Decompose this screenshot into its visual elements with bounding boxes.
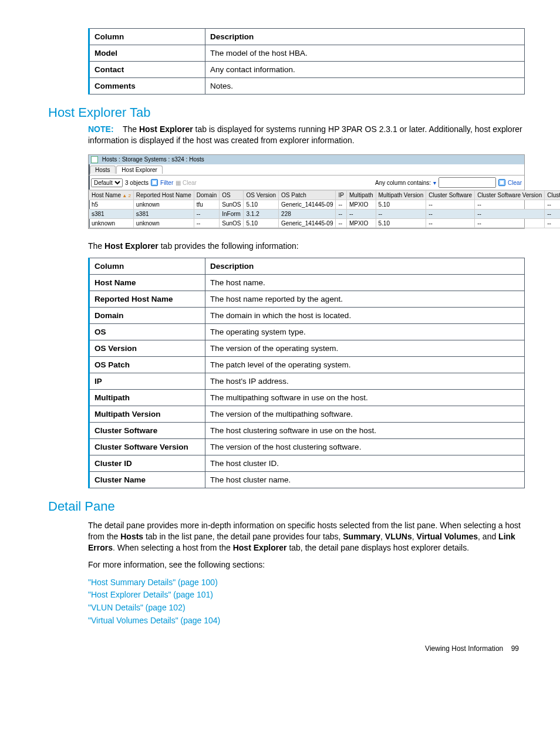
grid-cell: --: [336, 210, 346, 219]
grid-header-cell[interactable]: Domain: [194, 191, 219, 200]
host-explorer-column-table: Column Description Host NameThe host nam…: [88, 258, 525, 488]
tab-host-explorer[interactable]: Host Explorer: [116, 166, 163, 174]
top-column-table: Column Description ModelThe model of the…: [88, 28, 525, 94]
detail-pane-p2: For more information, see the following …: [88, 559, 525, 571]
table-row: Host NameThe host name.: [89, 275, 525, 291]
grid-header-cell[interactable]: Multipath Version: [376, 191, 426, 200]
grid-header-cell[interactable]: Multipath: [346, 191, 376, 200]
filter-icon[interactable]: [151, 179, 158, 186]
host-explorer-intro: The Host Explorer tab provides the follo…: [88, 241, 525, 252]
table-row: OS PatchThe patch level of the operating…: [89, 357, 525, 373]
grid-header-cell[interactable]: Cluster Software: [426, 191, 475, 200]
column-desc-cell: The host cluster ID.: [205, 455, 525, 472]
grid-cell: --: [336, 200, 346, 210]
cross-reference-link[interactable]: "Host Summary Details" (page 100): [88, 578, 218, 587]
th-column: Column: [89, 258, 205, 275]
column-desc-cell: The host cluster name.: [205, 472, 525, 488]
column-name-cell: Multipath: [89, 390, 205, 406]
column-name-cell: OS Version: [89, 340, 205, 357]
column-name-cell: Cluster Name: [89, 472, 205, 488]
any-column-label: Any column contains:: [375, 180, 431, 186]
grid-cell: 5.10: [376, 200, 426, 210]
object-count: 3 objects: [125, 180, 149, 186]
column-name-cell: Multipath Version: [89, 406, 205, 423]
clear-right-link[interactable]: Clear: [508, 180, 522, 186]
detail-pane-p1: The detail pane provides more in-depth i…: [88, 520, 525, 553]
grid-cell: SunOS: [220, 200, 244, 210]
column-name-cell: Cluster ID: [89, 455, 205, 472]
grid-cell: s381: [89, 210, 134, 219]
note-paragraph: NOTE: The Host Explorer tab is displayed…: [88, 124, 525, 146]
host-explorer-heading: Host Explorer Tab: [48, 105, 525, 120]
grid-cell: --: [545, 219, 560, 228]
grid-cell: 5.10: [244, 219, 279, 228]
grid-header-cell[interactable]: IP: [336, 191, 346, 200]
window-title-bar: Hosts : Storage Systems : s324 : Hosts: [89, 155, 524, 164]
column-desc-cell: The host clustering software in use on t…: [205, 423, 525, 439]
grid-cell: tfu: [194, 200, 219, 210]
cross-reference-link[interactable]: "Host Explorer Details" (page 101): [88, 590, 213, 599]
column-name-cell: OS: [89, 324, 205, 340]
grid-header-cell[interactable]: OS Patch: [279, 191, 336, 200]
grid-row[interactable]: unknownunknown--SunOS5.10Generic_141445-…: [89, 219, 561, 228]
grid-cell: --: [346, 210, 376, 219]
column-name-cell: Comments: [89, 78, 205, 94]
detail-pane-heading: Detail Pane: [48, 499, 525, 514]
column-name-cell: Domain: [89, 308, 205, 324]
grid-header-cell[interactable]: OS: [220, 191, 244, 200]
column-desc-cell: Any contact information.: [205, 62, 525, 78]
table-row: ContactAny contact information.: [89, 62, 525, 78]
column-name-cell: IP: [89, 373, 205, 390]
column-name-cell: Cluster Software Version: [89, 439, 205, 455]
cross-reference-link[interactable]: "Virtual Volumes Details" (page 104): [88, 616, 220, 625]
grid-cell: unknown: [89, 219, 134, 228]
grid-cell: unknown: [133, 200, 194, 210]
grid-cell: --: [545, 210, 560, 219]
dropdown-icon[interactable]: ▾: [433, 180, 436, 186]
grid-cell: --: [194, 210, 219, 219]
grid-cell: 5.10: [376, 219, 426, 228]
clear-left-link: ▦ Clear: [176, 180, 197, 186]
grid-cell: SunOS: [220, 219, 244, 228]
note-label: NOTE:: [88, 124, 114, 134]
grid-cell: s381: [133, 210, 194, 219]
grid-cell: 3.1.2: [244, 210, 279, 219]
toolbar-book-icon[interactable]: [498, 179, 505, 186]
grid-cell: --: [426, 210, 475, 219]
th-description: Description: [205, 258, 525, 275]
grid-cell: --: [376, 210, 426, 219]
grid-row[interactable]: h5unknowntfuSunOS5.10Generic_141445-09--…: [89, 200, 561, 210]
grid-cell: --: [426, 219, 475, 228]
tab-hosts[interactable]: Hosts: [90, 166, 116, 174]
grid-header-cell[interactable]: OS Version: [244, 191, 279, 200]
filter-link[interactable]: Filter: [160, 180, 173, 186]
column-name-cell: OS Patch: [89, 357, 205, 373]
column-desc-cell: The version of the host clustering softw…: [205, 439, 525, 455]
table-row: Cluster SoftwareThe host clustering soft…: [89, 423, 525, 439]
grid-cell: --: [336, 219, 346, 228]
column-desc-cell: The model of the host HBA.: [205, 45, 525, 62]
group-select[interactable]: Default: [91, 178, 123, 187]
column-desc-cell: The patch level of the operating system.: [205, 357, 525, 373]
table-row: OSThe operating system type.: [89, 324, 525, 340]
column-desc-cell: The version of the multipathing software…: [205, 406, 525, 423]
grid-header-cell[interactable]: Reported Host Name: [133, 191, 194, 200]
grid-cell: MPXIO: [346, 200, 376, 210]
grid-cell: MPXIO: [346, 219, 376, 228]
cross-reference-link[interactable]: "VLUN Details" (page 102): [88, 603, 185, 612]
table-row: Multipath VersionThe version of the mult…: [89, 406, 525, 423]
grid-cell: --: [194, 219, 219, 228]
grid-header-cell[interactable]: Cluster Software Version: [475, 191, 545, 200]
column-name-cell: Model: [89, 45, 205, 62]
column-name-cell: Cluster Software: [89, 423, 205, 439]
filter-input[interactable]: [438, 177, 496, 188]
table-row: MultipathThe multipathing software in us…: [89, 390, 525, 406]
th-description: Description: [205, 29, 525, 45]
table-row: OS VersionThe version of the operating s…: [89, 340, 525, 357]
sort-icon: ▲ 2: [121, 193, 131, 198]
grid-row[interactable]: s381s381--InForm3.1.2228--------------: [89, 210, 561, 219]
grid-header-cell[interactable]: Host Name ▲ 2: [89, 191, 134, 200]
column-name-cell: Host Name: [89, 275, 205, 291]
data-grid: Host Name ▲ 2Reported Host NameDomainOSO…: [89, 190, 560, 228]
grid-header-cell[interactable]: Cluster ID: [545, 191, 560, 200]
